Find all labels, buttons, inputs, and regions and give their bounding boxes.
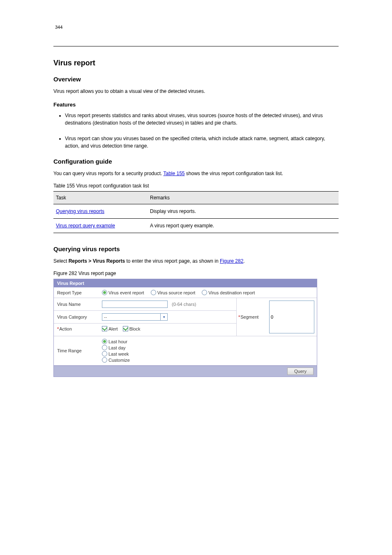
option-label: Block — [129, 326, 141, 331]
checkbox-icon — [102, 326, 107, 331]
virus-name-hint: (0-64 chars) — [172, 302, 196, 307]
chevron-down-icon: ▾ — [160, 314, 167, 320]
radio-icon — [102, 339, 107, 344]
text: You can query virus reports for a securi… — [53, 171, 163, 176]
feature-item: Virus report can show you viruses based … — [65, 135, 339, 150]
virus-name-label: Virus Name — [54, 298, 99, 310]
section-title: Virus report — [53, 59, 339, 67]
features-heading: Features — [53, 102, 339, 108]
time-range-last-day[interactable]: Last day — [102, 345, 130, 350]
radio-icon — [102, 351, 107, 356]
config-guide-link[interactable]: Table 155 — [163, 171, 184, 176]
table-header-task: Task — [53, 192, 148, 204]
report-type-option-destination[interactable]: Virus destination report — [202, 290, 255, 295]
feature-item: Virus report presents statistics and ran… — [65, 112, 339, 127]
text: shows the virus report configuration tas… — [185, 171, 283, 176]
report-type-option-source[interactable]: Virus source report — [151, 290, 196, 295]
action-block-checkbox[interactable]: Block — [123, 326, 141, 331]
task-link[interactable]: Querying virus reports — [56, 208, 104, 214]
radio-icon — [102, 345, 107, 350]
virus-category-row: Virus Category -- ▾ — [54, 311, 236, 324]
segment-label: *Segment — [237, 298, 267, 336]
option-label: Virus destination report — [208, 290, 255, 295]
virus-name-input[interactable] — [102, 301, 168, 308]
task-remarks: A virus report query example. — [148, 219, 339, 233]
text: to enter the virus report page, as shown… — [125, 258, 220, 264]
virus-report-panel: Virus Report Report Type Virus event rep… — [53, 279, 317, 377]
virus-category-select[interactable]: -- ▾ — [102, 313, 168, 321]
radio-icon — [202, 290, 207, 295]
page-number: 344 — [53, 25, 339, 30]
time-range-last-week[interactable]: Last week — [102, 351, 130, 356]
time-range-last-hour[interactable]: Last hour — [102, 339, 130, 344]
select-value: -- — [102, 314, 160, 320]
time-range-label: Time Range — [54, 336, 99, 365]
nav-path: Reports > Virus Reports — [69, 258, 125, 264]
divider — [53, 46, 339, 46]
option-label: Virus source report — [157, 290, 196, 295]
table-header-remarks: Remarks — [148, 192, 339, 204]
action-label: *Action — [54, 324, 99, 334]
report-type-option-event[interactable]: Virus event report — [102, 290, 144, 295]
panel-title: Virus Report — [54, 279, 317, 287]
virus-name-row: Virus Name (0-64 chars) — [54, 298, 236, 311]
figure-link[interactable]: Figure 282 — [220, 258, 243, 264]
table-row: Virus report query example A virus repor… — [53, 219, 339, 233]
radio-icon — [102, 357, 107, 363]
querying-heading: Querying virus reports — [53, 245, 339, 252]
text: . — [243, 258, 244, 264]
report-type-row: Report Type Virus event report Virus sou… — [54, 287, 317, 298]
virus-category-label: Virus Category — [54, 311, 99, 323]
config-guide-heading: Configuration guide — [53, 158, 339, 165]
radio-icon — [151, 290, 156, 295]
option-label: Alert — [108, 326, 118, 331]
panel-footer: Query — [54, 365, 317, 377]
task-remarks: Display virus reports. — [148, 204, 339, 219]
config-guide-text: You can query virus reports for a securi… — [53, 170, 339, 177]
option-label: Customize — [108, 358, 130, 363]
action-alert-checkbox[interactable]: Alert — [102, 326, 118, 331]
time-range-row: Time Range Last hour Last day Last week — [54, 336, 317, 365]
figure-caption: Figure 282 Virus report page — [53, 271, 339, 276]
table-row: Querying virus reports Display virus rep… — [53, 204, 339, 219]
option-label: Virus event report — [108, 290, 144, 295]
text: Select — [53, 258, 69, 264]
time-range-customize[interactable]: Customize — [102, 357, 130, 363]
report-type-label: Report Type — [54, 287, 99, 298]
segment-input[interactable] — [269, 301, 314, 333]
option-label: Last hour — [108, 339, 127, 344]
query-button[interactable]: Query — [287, 368, 314, 375]
radio-icon — [102, 290, 107, 295]
overview-heading: Overview — [53, 76, 339, 83]
table-caption: Table 155 Virus report configuration tas… — [53, 183, 339, 189]
overview-text: Virus report allows you to obtain a visu… — [53, 88, 339, 95]
step-text: Select Reports > Virus Reports to enter … — [53, 257, 339, 265]
option-label: Last week — [108, 352, 129, 356]
checkbox-icon — [123, 326, 128, 331]
option-label: Last day — [108, 345, 126, 350]
action-row: *Action Alert Block — [54, 324, 236, 334]
features-list: Virus report presents statistics and ran… — [53, 112, 339, 150]
config-task-table: Task Remarks Querying virus reports Disp… — [53, 191, 339, 233]
task-link[interactable]: Virus report query example — [56, 223, 115, 229]
